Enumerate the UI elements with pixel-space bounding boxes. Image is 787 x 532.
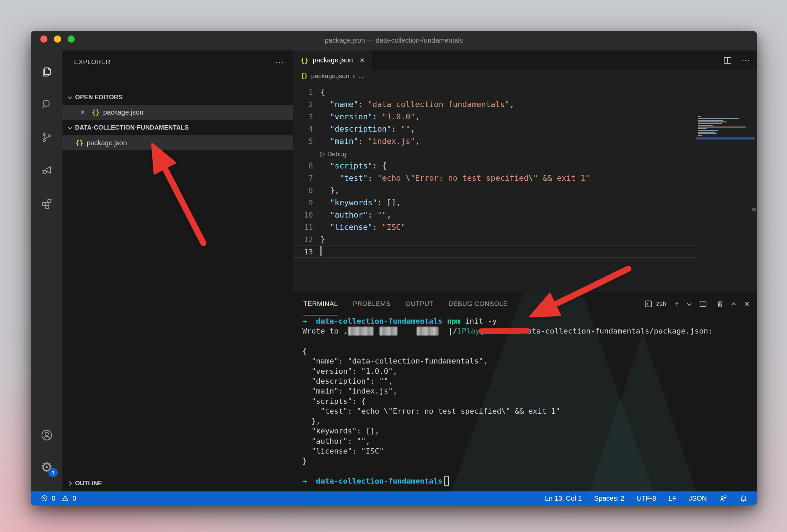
editor-actions: ⋯ (722, 50, 750, 70)
code-line: 6 "scripts": { (293, 160, 757, 172)
terminal-line: }, (302, 416, 754, 426)
file-item-package-json[interactable]: {} package.json (62, 135, 293, 150)
status-item-json[interactable]: JSON (689, 494, 707, 502)
indent-guide (355, 172, 355, 184)
terminal-panel: TERMINALPROBLEMSOUTPUTDEBUG CONSOLE zsh … (293, 292, 757, 492)
terminal-line: "main": "index.js", (302, 386, 754, 396)
more-actions-icon[interactable]: ⋯ (742, 56, 750, 65)
code-line: 4 "description": "", (293, 123, 757, 135)
open-editor-package-json[interactable]: ✕ {} package.json (62, 105, 293, 120)
redacted-blur (380, 327, 397, 336)
breadcrumb[interactable]: {} package.json › … (293, 70, 757, 82)
code-line: 1{ (293, 86, 757, 98)
split-editor-icon[interactable] (722, 55, 733, 65)
terminal-line (302, 336, 754, 346)
terminal-line: "test": "echo \"Error: no test specified… (302, 406, 754, 416)
launch-profile-chevron-icon[interactable] (687, 301, 692, 306)
panel-tabs: TERMINALPROBLEMSOUTPUTDEBUG CONSOLE (303, 292, 508, 315)
terminal-line: "keywords": [], (302, 426, 754, 436)
panel-tab-output[interactable]: OUTPUT (405, 292, 433, 315)
notifications-bell-icon[interactable] (740, 494, 748, 502)
terminal-line: "name": "data-collection-fundamentals", (302, 356, 754, 366)
sidebar-title: EXPLORER ⋯ (62, 54, 293, 70)
source-control-icon[interactable] (31, 125, 62, 149)
close-icon[interactable]: ✕ (80, 109, 85, 116)
chevron-down-icon (68, 125, 72, 129)
scrollbar-thumb[interactable] (752, 208, 756, 211)
red-strikethrough (478, 328, 530, 335)
chevron-down-icon (68, 94, 72, 99)
terminal-line: { (302, 346, 754, 356)
codelens-line: ▷ Debug (293, 147, 757, 160)
errors-count: 0 (52, 494, 55, 502)
terminal-line: → data-collection-fundamentals npm init … (302, 316, 754, 326)
code-line: 9 "keywords": [], (293, 196, 757, 209)
warnings-icon (61, 494, 69, 502)
json-file-icon: {} (92, 108, 100, 116)
redacted-blur (348, 327, 373, 336)
code-line: 13 (293, 246, 697, 258)
terminal-line: } (302, 456, 754, 466)
status-item-ln-13-col-1[interactable]: Ln 13, Col 1 (545, 494, 582, 502)
explorer-sidebar: EXPLORER ⋯ OPEN EDITORS ✕ {} package.jso… (62, 50, 293, 491)
code-line: 5 "main": "index.js", (293, 135, 757, 147)
code-line: 12} (293, 233, 757, 246)
search-icon[interactable] (31, 92, 62, 116)
status-bar: 0 0 Ln 13, Col 1Spaces: 2UTF-8LFJSON (31, 491, 757, 505)
code-line: 2 "name": "data-collection-fundamentals"… (293, 98, 757, 110)
vscode-window: package.json — data-collection-fundament… (31, 31, 757, 505)
panel-actions: zsh + ✕ (644, 292, 750, 315)
editor-group: {} package.json ✕ ⋯ {} package.json › … … (293, 50, 757, 292)
terminal-line: "version": "1.0.0", (302, 366, 754, 376)
panel-tab-debug-console[interactable]: DEBUG CONSOLE (448, 292, 508, 315)
accounts-icon[interactable] (31, 423, 62, 447)
outline-section[interactable]: OUTLINE (62, 476, 293, 491)
settings-gear-icon[interactable]: ⚙ 1 (31, 455, 62, 479)
window-title: package.json — data-collection-fundament… (31, 36, 757, 44)
workspace-folder-section[interactable]: DATA-COLLECTION-FUNDAMENTALS (62, 120, 293, 135)
terminal-line: → data-collection-fundamentals (302, 476, 754, 486)
warnings-count: 0 (72, 494, 76, 502)
run-debug-icon[interactable] (31, 159, 62, 182)
minimap-bars (698, 116, 753, 136)
split-terminal-icon[interactable] (699, 299, 707, 308)
code-editor[interactable]: 1{2 "name": "data-collection-fundamental… (293, 82, 757, 292)
terminal-line: "author": "", (302, 436, 754, 446)
code-line: 8 }, (293, 184, 757, 196)
status-item-utf-8[interactable]: UTF-8 (637, 494, 656, 502)
extensions-icon[interactable] (31, 192, 62, 216)
status-item-lf[interactable]: LF (668, 494, 676, 502)
maximize-panel-chevron-icon[interactable] (731, 302, 736, 307)
more-actions-icon[interactable]: ⋯ (275, 57, 284, 67)
explorer-icon[interactable] (31, 60, 62, 84)
shell-selector[interactable]: zsh (644, 299, 667, 308)
editor-tab-bar: {} package.json ✕ ⋯ (293, 50, 757, 70)
panel-tab-terminal[interactable]: TERMINAL (303, 292, 338, 315)
open-editors-section[interactable]: OPEN EDITORS (62, 90, 293, 105)
activity-bar: ⚙ 1 (31, 50, 62, 491)
json-file-icon: {} (75, 139, 83, 147)
status-item-spaces-2[interactable]: Spaces: 2 (594, 494, 625, 502)
terminal-line: Wrote to , |/1Playgr/data-collection-fun… (302, 326, 754, 336)
terminal-line: "license": "ISC" (302, 446, 754, 456)
terminal-cursor (444, 476, 449, 486)
problems-status[interactable]: 0 0 (31, 494, 76, 502)
errors-icon (41, 494, 48, 502)
panel-tab-problems[interactable]: PROBLEMS (353, 292, 390, 315)
indent-guide (345, 98, 345, 221)
tab-package-json[interactable]: {} package.json ✕ (293, 50, 372, 70)
kill-terminal-trash-icon[interactable] (716, 299, 725, 308)
minimap[interactable] (698, 116, 753, 138)
terminal-icon (644, 299, 653, 308)
debug-codelens[interactable]: ▷ Debug (320, 150, 346, 158)
minimap-current-line (696, 137, 755, 139)
terminal-line: "description": "", (302, 376, 754, 386)
title-bar: package.json — data-collection-fundament… (31, 31, 757, 50)
chevron-right-icon (67, 481, 72, 486)
feedback-icon[interactable] (719, 494, 727, 502)
new-terminal-icon[interactable]: + (674, 299, 679, 309)
tab-close-icon[interactable]: ✕ (360, 57, 365, 64)
status-right-items: Ln 13, Col 1Spaces: 2UTF-8LFJSON (545, 494, 757, 502)
close-panel-icon[interactable]: ✕ (744, 300, 750, 308)
terminal-output[interactable]: → data-collection-fundamentals npm init … (302, 316, 754, 486)
